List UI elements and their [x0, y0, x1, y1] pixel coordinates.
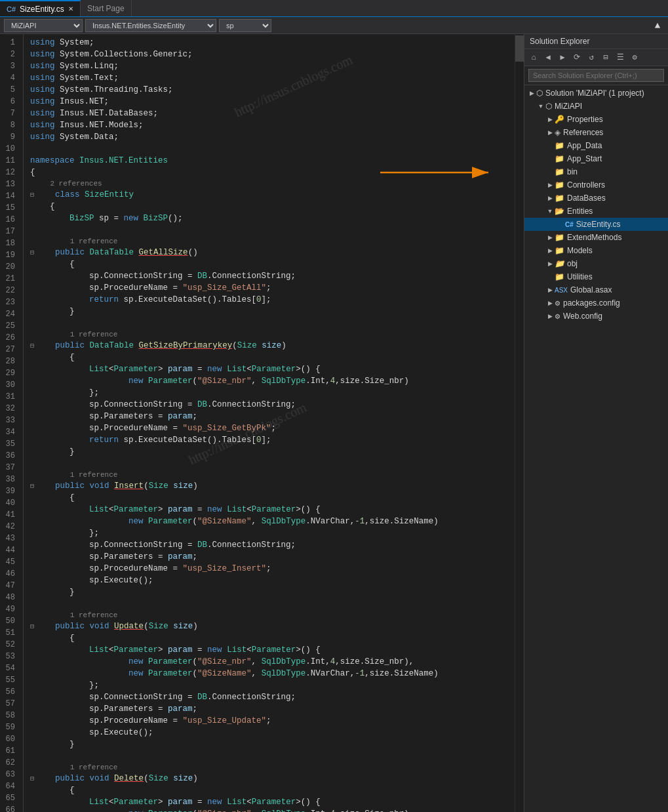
code-line-51: };	[30, 680, 515, 691]
folder-icon: 📁	[555, 246, 564, 255]
tab-label: Start Page	[87, 4, 125, 13]
config-file-icon: ⚙	[555, 313, 560, 320]
asax-file-icon: ASX	[555, 287, 568, 294]
code-content-area[interactable]: 1 2 3 4 5 6 7 8 9 10 11 12 13 14 15 16 1	[0, 34, 524, 812]
code-line-42: sp.ProcedureName = "usp_Size_Insert";	[30, 563, 515, 575]
code-line-17: ⊟ public DataTable GetAllSize()	[30, 247, 515, 258]
tab-sizeentity[interactable]: C# SizeEntity.cs ✕	[0, 0, 81, 16]
code-line-11: namespace Insus.NET.Entities	[30, 155, 515, 167]
se-item-entities[interactable]: ▼ 📂 Entities	[524, 205, 668, 218]
se-home-button[interactable]: ⌂	[527, 51, 540, 64]
folder-icon: 📁	[555, 154, 564, 163]
code-line-35-refs: 1 reference	[35, 470, 515, 480]
code-line-9: using System.Data;	[30, 131, 515, 143]
code-line-29: sp.ConnectionString = DB.ConnectionStrin…	[30, 399, 515, 411]
se-item-utilities[interactable]: 📁 Utilities	[524, 270, 668, 283]
code-line-53: sp.Parameters = param;	[30, 703, 515, 715]
solution-explorer-header: Solution Explorer	[524, 34, 668, 49]
code-editor: 1 2 3 4 5 6 7 8 9 10 11 12 13 14 15 16 1	[0, 34, 524, 812]
se-item-extendmethods[interactable]: ▶ 📁 ExtendMethods	[524, 231, 668, 244]
code-line-61: new Parameter("@Size_nbr", SqlDbType.Int…	[30, 808, 515, 812]
se-item-references[interactable]: ▶ ◈ References	[524, 126, 668, 139]
csharp-file-icon: C#	[7, 5, 16, 13]
tab-label: SizeEntity.cs	[20, 5, 64, 14]
references-icon: ◈	[555, 128, 560, 137]
project-icon: ⬡	[545, 102, 552, 111]
code-line-8: using Insus.NET.Models;	[30, 119, 515, 131]
api-dropdown[interactable]: MiZiAPI	[4, 19, 83, 32]
se-item-bin[interactable]: 📁 bin	[524, 165, 668, 178]
code-line-3: using System.Linq;	[30, 60, 515, 72]
folder-icon: 📁	[555, 272, 564, 281]
se-item-controllers[interactable]: ▶ 📁 Controllers	[524, 178, 668, 192]
code-line-32: return sp.ExecuteDataSet().Tables[0];	[30, 434, 515, 446]
code-line-19: sp.ConnectionString = DB.ConnectionStrin…	[30, 270, 515, 282]
code-line-50: new Parameter("@SizeName", SqlDbType.NVa…	[30, 668, 515, 680]
method-dropdown[interactable]: sp	[219, 19, 271, 32]
se-item-web-config[interactable]: ▶ ⚙ Web.config	[524, 310, 668, 323]
code-line-58: ⊟ public void Delete(Size size)	[30, 773, 515, 784]
se-item-miziapi[interactable]: ▼ ⬡ MiZiAPI	[524, 100, 668, 113]
se-refresh-button[interactable]: ↺	[585, 51, 598, 64]
code-line-4: using System.Text;	[30, 72, 515, 84]
se-properties-button[interactable]: ⚙	[628, 51, 641, 64]
code-lines: using System; using System.Collections.G…	[24, 34, 515, 812]
tab-close-button[interactable]: ✕	[68, 5, 73, 12]
code-line-1: using System;	[30, 37, 515, 49]
code-line-26: List<Parameter> param = new List<Paramet…	[30, 363, 515, 375]
folder-icon: 📁	[555, 141, 564, 150]
se-item-appstart[interactable]: 📁 App_Start	[524, 152, 668, 165]
se-show-all-button[interactable]: ☰	[614, 51, 627, 64]
code-line-33: }	[30, 446, 515, 458]
solution-explorer-search[interactable]	[528, 69, 664, 82]
code-line-39: };	[30, 527, 515, 539]
se-toolbar: ⌂ ◀ ▶ ⟳ ↺ ⊟ ☰ ⚙	[524, 49, 668, 66]
se-forward-button[interactable]: ▶	[556, 51, 569, 64]
code-line-18: {	[30, 258, 515, 270]
tab-startpage[interactable]: Start Page	[81, 0, 132, 16]
se-item-databases[interactable]: ▶ 📁 DataBases	[524, 192, 668, 205]
code-line-17-refs: 1 reference	[35, 236, 515, 247]
code-line-13-refs: 2 references	[33, 178, 515, 189]
se-collapse-button[interactable]: ⊟	[599, 51, 612, 64]
code-line-15: BizSP sp = new BizSP();	[30, 213, 515, 224]
code-line-59: {	[30, 784, 515, 796]
scroll-up-button[interactable]: ▲	[651, 19, 664, 32]
se-item-solution[interactable]: ▶ ⬡ Solution 'MiZiAPI' (1 project)	[524, 87, 668, 100]
code-line-44: }	[30, 586, 515, 598]
folder-open-icon: 📂	[555, 207, 564, 216]
se-item-appdata[interactable]: 📁 App_Data	[524, 139, 668, 152]
code-line-46: ⊟ public void Update(Size size)	[30, 620, 515, 632]
code-line-40: sp.ConnectionString = DB.ConnectionStrin…	[30, 539, 515, 551]
scrollbar-thumb[interactable]	[515, 35, 524, 62]
code-line-24: ⊟ public DataTable GetSizeByPrimarykey(S…	[30, 340, 515, 352]
se-item-sizeentity[interactable]: C# SizeEntity.cs	[524, 218, 668, 231]
se-back-button[interactable]: ◀	[541, 51, 555, 64]
se-item-global-asax[interactable]: ▶ ASX Global.asax	[524, 283, 668, 296]
code-line-5: using System.Threading.Tasks;	[30, 84, 515, 96]
code-line-12: {	[30, 167, 515, 178]
se-item-obj[interactable]: ▶ 📁 obj	[524, 257, 668, 270]
code-line-37: List<Parameter> param = new List<Paramet…	[30, 504, 515, 516]
path-dropdown[interactable]: Insus.NET.Entities.SizeEntity	[85, 19, 216, 32]
se-item-models[interactable]: ▶ 📁 Models	[524, 244, 668, 257]
code-line-48: List<Parameter> param = new List<Paramet…	[30, 644, 515, 656]
se-item-packages-config[interactable]: ▶ ⚙ packages.config	[524, 296, 668, 310]
code-line-7: using Insus.NET.DataBases;	[30, 108, 515, 119]
config-file-icon: ⚙	[555, 300, 560, 307]
toolbar: MiZiAPI Insus.NET.Entities.SizeEntity sp…	[0, 17, 668, 34]
se-item-properties[interactable]: ▶ 🔑 Properties	[524, 113, 668, 126]
folder-icon: 📁	[555, 259, 564, 268]
folder-icon: 📁	[555, 180, 564, 190]
code-line-10	[30, 143, 515, 155]
se-sync-button[interactable]: ⟳	[570, 51, 583, 64]
code-line-35: ⊟ public void Insert(Size size)	[30, 480, 515, 492]
code-line-13: ⊟ class SizeEntity	[30, 189, 515, 201]
solution-explorer-tree: ▶ ⬡ Solution 'MiZiAPI' (1 project) ▼ ⬡ M…	[524, 85, 668, 812]
code-line-25: {	[30, 352, 515, 363]
code-line-23	[30, 317, 515, 329]
code-line-52: sp.ConnectionString = DB.ConnectionStrin…	[30, 691, 515, 703]
properties-icon: 🔑	[555, 115, 564, 124]
code-line-20: sp.ProcedureName = "usp_Size_GetAll";	[30, 282, 515, 294]
vertical-scrollbar[interactable]	[515, 34, 524, 812]
